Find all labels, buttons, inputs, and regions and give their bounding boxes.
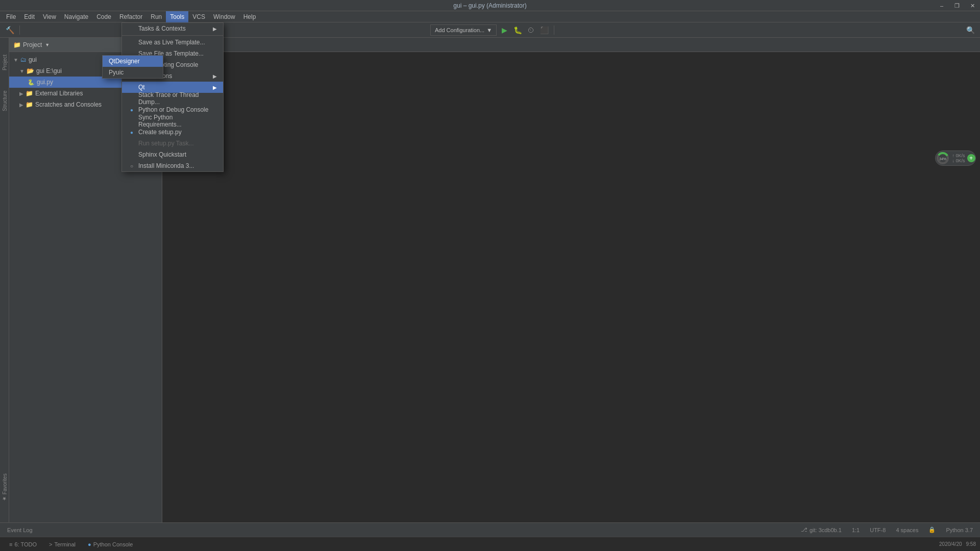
miniconda-label: Install Miniconda 3... [138, 162, 194, 169]
terminal-icon: > [49, 541, 52, 547]
menu-sep-1 [122, 35, 223, 36]
toolbar-separator-1 [19, 26, 20, 35]
todo-label: 6: TODO [14, 541, 37, 547]
run-button[interactable]: ▶ [499, 24, 510, 36]
menu-refactor[interactable]: Refactor [115, 11, 146, 22]
tools-menu-sync-python[interactable]: Sync Python Requirements... [122, 115, 223, 127]
create-setup-icon: ● [128, 129, 135, 136]
python-version-status[interactable]: Python 3.7 [943, 526, 976, 534]
line-col-status[interactable]: 1:1 [849, 526, 863, 534]
structure-panel-toggle[interactable]: Structure [1, 97, 9, 105]
toolbar-build[interactable]: 🔨 [4, 24, 15, 36]
bottom-tab-terminal[interactable]: > Terminal [44, 539, 81, 550]
bottom-tab-todo[interactable]: ≡ 6: TODO [4, 539, 42, 550]
file-icon-gui-py: 🐍 [28, 79, 35, 86]
qt-icon [128, 84, 135, 91]
encoding-label: UTF-8 [870, 527, 886, 533]
tools-menu-run-setup: Run setup.py Task... [122, 138, 223, 149]
project-title: Project [23, 41, 42, 48]
editor-area: 🐍 gui.py ✕ [162, 38, 980, 522]
sphinx-icon [128, 151, 135, 158]
sync-python-label: Sync Python Requirements... [138, 114, 217, 128]
upload-speed: ↑ 0K/s [952, 153, 965, 158]
tools-menu-tasks-contexts[interactable]: Tasks & Contexts ▶ [122, 23, 223, 34]
menu-navigate[interactable]: Navigate [60, 11, 92, 22]
event-log-label: Event Log [7, 527, 33, 533]
terminal-label: Terminal [54, 541, 76, 547]
folder-icon-scratch: 📁 [26, 101, 33, 108]
project-icon-gui: 🗂 [20, 56, 27, 63]
stop-button[interactable]: ⬛ [538, 24, 550, 36]
bottom-datetime: 2020/4/20 [939, 541, 962, 547]
tools-menu-install-miniconda[interactable]: ○ Install Miniconda 3... [122, 160, 223, 171]
tree-label-gui: gui [29, 56, 37, 63]
sync-python-icon [128, 117, 135, 124]
encoding-status[interactable]: UTF-8 [867, 526, 889, 534]
qt-submenu: QtDesigner Pyuic [102, 55, 163, 79]
project-dropdown-arrow[interactable]: ▼ [45, 42, 50, 47]
window-controls: – ❐ ✕ [934, 0, 980, 11]
run-setup-label: Run setup.py Task... [138, 140, 194, 147]
menu-vcs[interactable]: VCS [188, 11, 209, 22]
expand-icon-ext: ▶ [19, 91, 23, 96]
menu-bar: File Edit View Navigate Code Refactor Ru… [0, 11, 980, 22]
todo-icon: ≡ [9, 541, 12, 547]
tools-menu-save-live[interactable]: Save as Live Template... [122, 37, 223, 48]
menu-help[interactable]: Help [239, 11, 260, 22]
tools-menu-sphinx[interactable]: Sphinx Quickstart [122, 149, 223, 160]
menu-edit[interactable]: Edit [20, 11, 39, 22]
menu-run[interactable]: Run [146, 11, 166, 22]
python-console-label: Python Console [93, 541, 133, 547]
tasks-contexts-arrow: ▶ [213, 26, 217, 32]
left-panel-icons: Project Structure ★ Favorites [0, 38, 9, 522]
favorites-panel-toggle[interactable]: ★ Favorites [1, 484, 9, 492]
restore-button[interactable]: ❐ [949, 0, 965, 11]
tree-label-gui-folder: gui E:\gui [36, 67, 62, 74]
debug-button[interactable]: 🐛 [512, 24, 523, 36]
indent-label: 4 spaces [896, 527, 918, 533]
tools-menu: Tasks & Contexts ▶ Save as Live Template… [121, 22, 224, 172]
menu-file[interactable]: File [2, 11, 20, 22]
tools-menu-create-setup[interactable]: ● Create setup.py [122, 127, 223, 138]
title-text: gui – gui.py (Administrator) [453, 2, 526, 9]
stack-trace-label: Stack Trace or Thread Dump... [138, 91, 217, 106]
tools-menu-stack-trace[interactable]: Stack Trace or Thread Dump... [122, 93, 223, 104]
git-branch-status[interactable]: ⎇ git: 3cdb0b.1 [798, 525, 845, 534]
lock-icon: 🔒 [928, 527, 936, 533]
menu-tools[interactable]: Tools [166, 11, 188, 22]
title-bar: gui – gui.py (Administrator) – ❐ ✕ [0, 0, 980, 11]
indent-status[interactable]: 4 spaces [893, 526, 921, 534]
close-button[interactable]: ✕ [965, 0, 980, 11]
bottom-tab-python-console[interactable]: ● Python Console [83, 539, 138, 550]
lock-icon-status[interactable]: 🔒 [925, 525, 939, 534]
run-config-label: Add Configuration... [435, 27, 484, 33]
line-col-label: 1:1 [852, 527, 860, 533]
qt-label: Qt [138, 84, 145, 91]
sphinx-label: Sphinx Quickstart [138, 151, 186, 158]
pyuic-label: Pyuic [109, 69, 124, 76]
folder-icon-ext: 📁 [26, 90, 33, 97]
status-bar: Event Log ⎇ git: 3cdb0b.1 1:1 UTF-8 4 sp… [0, 522, 980, 537]
editor-content[interactable] [162, 52, 980, 522]
search-everywhere[interactable]: 🔍 [965, 24, 976, 36]
event-log-btn[interactable]: Event Log [4, 526, 36, 534]
right-status: ⎇ git: 3cdb0b.1 1:1 UTF-8 4 spaces 🔒 Pyt… [798, 525, 976, 534]
tree-label-scratches: Scratches and Consoles [35, 101, 102, 108]
create-setup-label: Create setup.py [138, 129, 182, 136]
qt-submenu-qtdesigner[interactable]: QtDesigner [103, 56, 163, 67]
menu-code[interactable]: Code [92, 11, 115, 22]
coverage-button[interactable]: ⏲ [525, 24, 536, 36]
qt-submenu-pyuic[interactable]: Pyuic [103, 67, 163, 78]
stack-trace-icon [128, 95, 135, 102]
memory-add-btn[interactable]: + [967, 154, 975, 162]
qtdesigner-label: QtDesigner [109, 58, 140, 65]
folder-icon-gui: 📂 [27, 67, 34, 74]
run-config-dropdown[interactable]: Add Configuration... ▼ [430, 24, 497, 36]
run-config-arrow: ▼ [486, 27, 492, 33]
project-panel-toggle[interactable]: Project [1, 58, 9, 66]
menu-view[interactable]: View [39, 11, 60, 22]
memory-indicator[interactable]: 34% ↑ 0K/s ↓ 0K/s + [935, 151, 976, 166]
svg-text:34%: 34% [939, 157, 946, 161]
minimize-button[interactable]: – [934, 0, 949, 11]
menu-window[interactable]: Window [209, 11, 239, 22]
